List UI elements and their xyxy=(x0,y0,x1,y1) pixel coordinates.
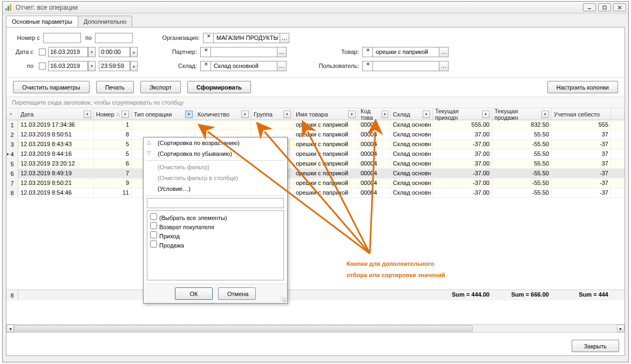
export-button[interactable]: Экспорт xyxy=(140,81,181,93)
filter-icon: ▾ xyxy=(84,111,91,118)
date-to-dropdown-icon[interactable]: ▾ xyxy=(88,61,96,71)
time-to-spin-icon[interactable]: ▴ xyxy=(130,61,138,71)
cell-date: 12.03.2019 8:44:16 xyxy=(18,149,94,159)
time-to-input[interactable] xyxy=(99,61,130,71)
col-date[interactable]: Дата▾ xyxy=(18,108,94,120)
clear-filter-item[interactable]: (Очистить фильтр) xyxy=(144,162,287,173)
col-rownum[interactable]: ▾ xyxy=(6,108,18,120)
sort-asc-item[interactable]: △(Сортировка по возрастанию) xyxy=(144,138,287,148)
table-row[interactable]: 8 12.03.2019 8:54:46 11 орешки с паприко… xyxy=(6,188,625,198)
cell-in: -37.00 xyxy=(433,178,492,188)
time-from-spin-icon[interactable]: ▴ xyxy=(130,47,138,57)
col-goodname[interactable]: Имя товара▾ xyxy=(294,108,358,120)
print-button[interactable]: Печать xyxy=(96,81,134,93)
goods-picker[interactable]: … xyxy=(362,47,449,57)
col-number[interactable]: Номер△▾ xyxy=(94,108,132,120)
cell-goodname: орешки с паприкой xyxy=(294,169,358,178)
tab-extra[interactable]: Дополнительно xyxy=(78,16,132,27)
filter-select-all[interactable]: (Выбрать все элементы) xyxy=(149,212,282,222)
group-hint[interactable]: Перетащите сюда заголовок, чтобы сгруппи… xyxy=(6,97,625,108)
footer-sum-out: Sum = 666.00 xyxy=(492,290,552,300)
configure-columns-button[interactable]: Настроить колонки xyxy=(547,81,618,93)
filter-ok-button[interactable]: ОК xyxy=(175,287,213,300)
col-qty[interactable]: Количество▾ xyxy=(195,108,252,120)
col-in[interactable]: Текущая приходн▾ xyxy=(433,108,492,120)
org-check-icon[interactable] xyxy=(205,33,214,43)
close-report-button[interactable]: Закрыть xyxy=(572,340,619,352)
goods-check-icon[interactable] xyxy=(364,47,373,57)
date-from-dropdown-icon[interactable]: ▾ xyxy=(88,47,96,57)
cell-qty xyxy=(195,120,252,129)
maximize-button[interactable] xyxy=(598,3,611,11)
sort-desc-item[interactable]: ▽(Сортировка по убыванию) xyxy=(144,148,287,159)
num-to-input[interactable] xyxy=(95,33,133,43)
stock-check-icon[interactable] xyxy=(202,61,211,71)
filter-opt-sale[interactable]: Продажа xyxy=(149,240,282,249)
date-to-check[interactable] xyxy=(39,63,46,70)
date-to-input[interactable] xyxy=(48,61,88,71)
table-row[interactable]: ▸4 12.03.2019 8:44:16 5 орешки с паприко… xyxy=(6,149,625,159)
build-button[interactable]: Сформировать xyxy=(187,81,251,93)
minimize-button[interactable] xyxy=(583,3,596,11)
partner-browse-icon[interactable]: … xyxy=(277,47,286,57)
partner-input[interactable] xyxy=(212,47,277,57)
time-from-input[interactable] xyxy=(99,47,130,57)
org-picker[interactable]: … xyxy=(203,33,289,43)
tab-main[interactable]: Основные параметры xyxy=(6,16,78,27)
scroll-left-icon[interactable]: ◂ xyxy=(6,325,14,332)
col-cost[interactable]: Учетная себесто xyxy=(552,108,611,120)
goods-input[interactable] xyxy=(374,47,439,57)
scroll-right-icon[interactable]: ▸ xyxy=(617,325,625,332)
filter-search-input[interactable] xyxy=(147,198,284,208)
resize-grip-icon[interactable] xyxy=(281,297,286,302)
partner-picker[interactable]: … xyxy=(200,47,287,57)
col-optype[interactable]: Тип операции▾ xyxy=(132,108,195,120)
col-group[interactable]: Группа▾ xyxy=(252,108,294,120)
date-from-input[interactable] xyxy=(48,47,88,57)
goods-browse-icon[interactable]: … xyxy=(439,47,448,57)
condition-item[interactable]: (Условие…) xyxy=(144,183,287,194)
user-browse-icon[interactable]: … xyxy=(439,61,448,71)
table-row[interactable]: 3 12.03.2019 8:43:43 5 орешки с паприкой… xyxy=(6,140,625,149)
num-from-input[interactable] xyxy=(43,33,81,43)
cell-in: 37.00 xyxy=(433,130,492,139)
table-row[interactable]: 5 12.03.2019 23:20:12 6 орешки с паприко… xyxy=(6,159,625,169)
cell-goodname: орешки с паприкой xyxy=(294,130,358,139)
svg-rect-1 xyxy=(8,6,9,11)
stock-picker[interactable]: … xyxy=(200,61,287,71)
cell-number: 7 xyxy=(94,169,132,178)
cell-cost: -37 xyxy=(552,188,611,197)
org-browse-icon[interactable]: … xyxy=(280,33,289,43)
user-picker[interactable]: … xyxy=(362,61,449,71)
table-row[interactable]: 2 12.03.2019 8:50:51 8 орешки с паприкой… xyxy=(6,130,625,140)
cell-in: 555.00 xyxy=(433,120,492,129)
user-check-icon[interactable] xyxy=(364,61,373,71)
scroll-thumb[interactable] xyxy=(14,325,473,332)
col-stock[interactable]: Склад▾ xyxy=(391,108,433,120)
col-code[interactable]: Код това▾ xyxy=(358,108,391,120)
user-input[interactable] xyxy=(374,61,439,71)
filter-icon: ▾ xyxy=(348,111,356,118)
stock-browse-icon[interactable]: … xyxy=(277,61,286,71)
partner-check-icon[interactable] xyxy=(202,47,211,57)
clear-col-filter-item[interactable]: (Очистить фильтр в столбце) xyxy=(144,173,287,183)
table-row[interactable]: 6 12.03.2019 8:49:19 7 орешки с паприкой… xyxy=(6,169,625,178)
row-number: 6 xyxy=(6,169,18,178)
stock-input[interactable] xyxy=(212,61,277,71)
filter-opt-in[interactable]: Приход xyxy=(149,231,282,240)
close-button[interactable] xyxy=(613,3,626,11)
num-from-label: Номер с xyxy=(13,35,43,41)
cell-number: 8 xyxy=(94,130,132,139)
table-row[interactable]: 1 11.03.2019 17:34:36 1 орешки с паприко… xyxy=(6,120,625,130)
svg-rect-4 xyxy=(603,6,606,9)
filter-cancel-button[interactable]: Отмена xyxy=(218,287,256,300)
window-title: Отчет: все операции xyxy=(16,4,583,11)
filter-opt-return[interactable]: Возврат покупателя xyxy=(149,222,282,231)
filter-icon: ▾ xyxy=(185,111,193,118)
org-input[interactable] xyxy=(215,33,280,43)
table-row[interactable]: 7 12.03.2019 8:50:21 9 орешки с паприкой… xyxy=(6,178,625,188)
clear-params-button[interactable]: Очистить параметры xyxy=(13,81,90,93)
horizontal-scrollbar[interactable]: ◂ ▸ xyxy=(6,324,625,333)
date-from-check[interactable] xyxy=(39,49,46,56)
col-out[interactable]: Текущая продажн▾ xyxy=(492,108,552,120)
